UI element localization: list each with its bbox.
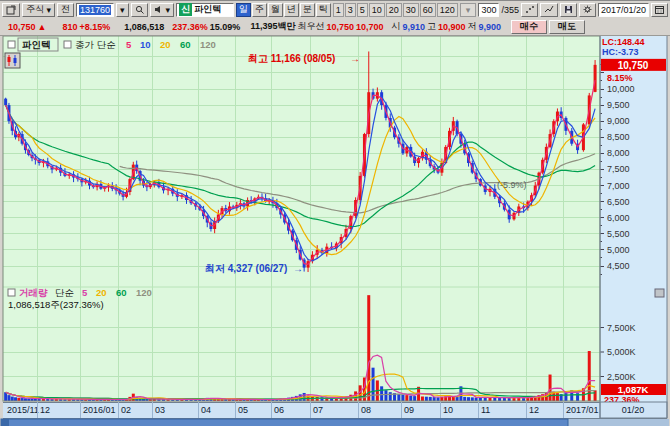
svg-text:07: 07 (313, 405, 323, 415)
svg-text:9,000: 9,000 (607, 116, 630, 126)
best-ask: 10,750 (326, 22, 354, 32)
svg-text:8.15%: 8.15% (607, 73, 633, 83)
volume-value: 1,086,518 (124, 22, 164, 32)
best-bid: 10,700 (356, 22, 384, 32)
interval-button-5[interactable]: 5 (357, 3, 368, 17)
price-change: 810 (62, 22, 77, 32)
ma-period-label: 120 (200, 39, 216, 50)
trendline-tool-button[interactable] (540, 3, 558, 17)
period-button-주[interactable]: 주 (252, 3, 267, 17)
svg-text:5,000: 5,000 (607, 245, 630, 255)
chart-style-select[interactable]: ▾ (460, 3, 477, 17)
svg-text:2016/01: 2016/01 (83, 405, 116, 415)
stock-chart-canvas[interactable]: 10,0009,5009,0008,5008,0007,5007,0006,50… (0, 1, 670, 426)
svg-text:거래량: 거래량 (19, 287, 48, 298)
volume-ratio: 237.36% (172, 22, 208, 32)
svg-text:10: 10 (443, 405, 453, 415)
gear-icon (583, 5, 592, 14)
svg-text:9,500: 9,500 (607, 100, 630, 110)
code-dropdown-button[interactable]: ▾ (116, 3, 129, 17)
ma-period-label: 20 (96, 287, 107, 298)
search-icon (135, 5, 144, 14)
hts-chart-window: { "toolbar": { "asset_type": "주식", "prev… (0, 0, 670, 426)
svg-text:8,500: 8,500 (607, 132, 630, 142)
period-button-틱[interactable]: 틱 (316, 3, 331, 17)
svg-text:11: 11 (481, 405, 490, 415)
price-legend: 파인텍종가 단순5102060120 (8, 38, 216, 51)
calendar-button[interactable] (651, 3, 668, 17)
prev-button[interactable]: 전 (57, 3, 74, 17)
interval-button-60[interactable]: 60 (420, 3, 436, 17)
high-price: 10,900 (438, 22, 466, 32)
ma-period-label: 60 (180, 39, 191, 50)
bar-count-input[interactable]: 300 (478, 3, 499, 17)
svg-text:01/20: 01/20 (622, 405, 645, 415)
svg-text:2,500K: 2,500K (607, 372, 636, 382)
period-button-분[interactable]: 분 (300, 3, 315, 17)
svg-text:단순: 단순 (55, 287, 74, 298)
dots-icon (525, 5, 534, 14)
svg-text:10,750: 10,750 (618, 60, 649, 71)
snapshot-button[interactable] (521, 3, 538, 17)
bar-total-label: /355 (501, 5, 519, 15)
svg-text:6,000: 6,000 (607, 213, 630, 223)
svg-text:06: 06 (274, 405, 284, 415)
period-button-월[interactable]: 월 (268, 3, 283, 17)
scrollbar-thumb[interactable] (1, 419, 568, 426)
up-arrow-icon: ▲ (38, 22, 47, 32)
chart-date-field[interactable]: 2017/01/20 (598, 3, 649, 17)
interval-button-1[interactable]: 1 (333, 3, 344, 17)
svg-text:5,500: 5,500 (607, 229, 630, 239)
svg-text:7,000: 7,000 (607, 181, 630, 191)
high-label: 고 (427, 20, 436, 33)
window-menu-button[interactable] (2, 3, 20, 17)
svg-text:→: → (293, 263, 303, 274)
svg-text:12: 12 (529, 405, 539, 415)
candle-style-button[interactable] (5, 53, 20, 68)
search-button[interactable] (131, 3, 148, 17)
svg-text:5,000K: 5,000K (607, 347, 636, 357)
buy-button[interactable]: 매수 (511, 20, 547, 34)
svg-text:02: 02 (121, 405, 131, 415)
sell-button[interactable]: 매도 (549, 20, 585, 34)
trade-amount: 11,395백만 (250, 20, 295, 33)
settings-button[interactable] (579, 3, 596, 17)
window-icon (6, 5, 16, 15)
interval-button-10[interactable]: 10 (369, 3, 385, 17)
trendline-icon (544, 5, 554, 14)
svg-text:8,000: 8,000 (607, 148, 630, 158)
current-price: 10,750 (8, 22, 36, 32)
interval-buttons: 13510203060120 (333, 3, 458, 17)
interval-button-20[interactable]: 20 (386, 3, 402, 17)
asset-type-select[interactable]: 주식 ▾ (22, 3, 55, 17)
save-button[interactable] (560, 3, 577, 17)
ma-period-label: 5 (82, 287, 88, 298)
svg-text:(-5.9%): (-5.9%) (497, 180, 527, 190)
low-label: 저 (468, 20, 477, 33)
svg-text:09: 09 (404, 405, 414, 415)
svg-text:12: 12 (40, 405, 50, 415)
stock-name-field[interactable]: 신 파인텍 (176, 3, 234, 17)
interval-button-30[interactable]: 30 (403, 3, 419, 17)
svg-text:2017/01: 2017/01 (566, 405, 599, 415)
price-change-pct: +8.15% (79, 22, 110, 32)
svg-text:6,500: 6,500 (607, 197, 630, 207)
svg-text:05: 05 (238, 405, 248, 415)
stock-code-input[interactable]: 131760 (76, 3, 114, 17)
svg-text:종가 단순: 종가 단순 (75, 39, 116, 50)
period-button-년[interactable]: 년 (284, 3, 299, 17)
period-buttons: 일주월년분틱 (236, 3, 331, 17)
svg-text:LC:148.44: LC:148.44 (602, 37, 645, 47)
sound-button[interactable]: ▾ (150, 3, 175, 17)
chart-scrollbar[interactable] (1, 419, 669, 426)
interval-button-120[interactable]: 120 (437, 3, 458, 17)
calendar-icon (655, 5, 664, 14)
stock-name-label: 파인텍 (194, 3, 221, 16)
svg-text:10,000: 10,000 (607, 84, 635, 94)
interval-button-3[interactable]: 3 (345, 3, 356, 17)
svg-text:08: 08 (361, 405, 371, 415)
period-button-일[interactable]: 일 (236, 3, 251, 17)
svg-text:→: → (350, 53, 360, 64)
svg-text:파인텍: 파인텍 (22, 39, 51, 50)
pane-resize-grip[interactable] (655, 289, 664, 297)
